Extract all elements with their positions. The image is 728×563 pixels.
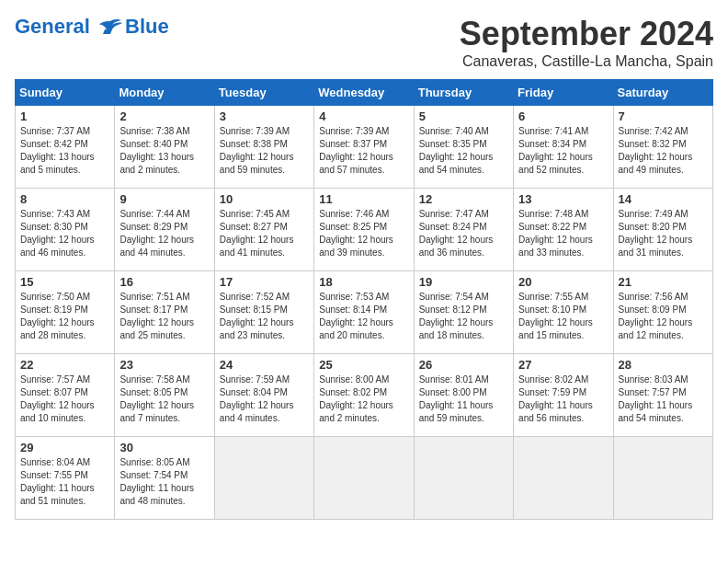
week-row-3: 22Sunrise: 7:57 AMSunset: 8:07 PMDayligh… — [16, 354, 713, 437]
calendar-cell: 15Sunrise: 7:50 AMSunset: 8:19 PMDayligh… — [16, 271, 115, 354]
day-number: 26 — [419, 358, 508, 372]
header-friday: Friday — [514, 80, 613, 106]
calendar-cell: 6Sunrise: 7:41 AMSunset: 8:34 PMDaylight… — [514, 106, 613, 189]
calendar-cell: 25Sunrise: 8:00 AMSunset: 8:02 PMDayligh… — [314, 354, 414, 437]
calendar-cell: 27Sunrise: 8:02 AMSunset: 7:59 PMDayligh… — [514, 354, 613, 437]
calendar-table: SundayMondayTuesdayWednesdayThursdayFrid… — [15, 79, 713, 520]
cell-info: Sunrise: 7:58 AMSunset: 8:05 PMDaylight:… — [119, 373, 209, 425]
week-row-1: 8Sunrise: 7:43 AMSunset: 8:30 PMDaylight… — [16, 189, 713, 271]
calendar-cell: 13Sunrise: 7:48 AMSunset: 8:22 PMDayligh… — [514, 189, 613, 271]
calendar-cell: 23Sunrise: 7:58 AMSunset: 8:05 PMDayligh… — [115, 354, 214, 437]
cell-info: Sunrise: 7:43 AMSunset: 8:30 PMDaylight:… — [20, 208, 109, 259]
day-number: 11 — [319, 192, 408, 206]
week-row-4: 29Sunrise: 8:04 AMSunset: 7:55 PMDayligh… — [16, 437, 713, 520]
day-number: 8 — [20, 192, 109, 206]
calendar-cell: 22Sunrise: 7:57 AMSunset: 8:07 PMDayligh… — [16, 354, 115, 437]
day-number: 2 — [119, 109, 209, 123]
day-number: 21 — [619, 275, 708, 289]
calendar-cell: 26Sunrise: 8:01 AMSunset: 8:00 PMDayligh… — [414, 354, 513, 437]
header-thursday: Thursday — [414, 80, 513, 106]
day-number: 10 — [220, 192, 309, 206]
calendar-cell: 30Sunrise: 8:05 AMSunset: 7:54 PMDayligh… — [115, 437, 214, 520]
day-number: 5 — [419, 109, 508, 123]
calendar-cell: 2Sunrise: 7:38 AMSunset: 8:40 PMDaylight… — [115, 106, 214, 189]
day-number: 24 — [220, 358, 309, 372]
cell-info: Sunrise: 7:39 AMSunset: 8:38 PMDaylight:… — [220, 125, 309, 177]
cell-info: Sunrise: 7:55 AMSunset: 8:10 PMDaylight:… — [518, 291, 608, 342]
day-number: 7 — [619, 109, 708, 123]
cell-info: Sunrise: 7:37 AMSunset: 8:42 PMDaylight:… — [20, 125, 109, 177]
day-number: 22 — [20, 358, 109, 372]
cell-info: Sunrise: 8:00 AMSunset: 8:02 PMDaylight:… — [319, 373, 408, 425]
calendar-cell: 28Sunrise: 8:03 AMSunset: 7:57 PMDayligh… — [613, 354, 712, 437]
cell-info: Sunrise: 7:57 AMSunset: 8:07 PMDaylight:… — [20, 373, 109, 425]
calendar-cell: 7Sunrise: 7:42 AMSunset: 8:32 PMDaylight… — [613, 106, 712, 189]
cell-info: Sunrise: 7:45 AMSunset: 8:27 PMDaylight:… — [220, 208, 309, 259]
day-number: 9 — [119, 192, 209, 206]
cell-info: Sunrise: 8:05 AMSunset: 7:54 PMDaylight:… — [119, 456, 209, 508]
day-number: 4 — [319, 109, 408, 123]
cell-info: Sunrise: 8:04 AMSunset: 7:55 PMDaylight:… — [20, 456, 109, 508]
logo-general: General — [15, 15, 90, 38]
day-number: 6 — [518, 109, 608, 123]
month-title: September 2024 — [460, 15, 713, 53]
day-number: 23 — [119, 358, 209, 372]
cell-info: Sunrise: 7:42 AMSunset: 8:32 PMDaylight:… — [619, 125, 708, 177]
header-row: SundayMondayTuesdayWednesdayThursdayFrid… — [16, 80, 713, 106]
week-row-0: 1Sunrise: 7:37 AMSunset: 8:42 PMDaylight… — [16, 106, 713, 189]
calendar-cell: 8Sunrise: 7:43 AMSunset: 8:30 PMDaylight… — [16, 189, 115, 271]
calendar-cell: 20Sunrise: 7:55 AMSunset: 8:10 PMDayligh… — [514, 271, 613, 354]
calendar-cell: 18Sunrise: 7:53 AMSunset: 8:14 PMDayligh… — [314, 271, 414, 354]
cell-info: Sunrise: 8:02 AMSunset: 7:59 PMDaylight:… — [518, 373, 608, 425]
cell-info: Sunrise: 7:53 AMSunset: 8:14 PMDaylight:… — [319, 291, 408, 342]
cell-info: Sunrise: 7:51 AMSunset: 8:17 PMDaylight:… — [119, 291, 209, 342]
calendar-cell: 3Sunrise: 7:39 AMSunset: 8:38 PMDaylight… — [214, 106, 313, 189]
header-saturday: Saturday — [613, 80, 712, 106]
header-wednesday: Wednesday — [314, 80, 414, 106]
week-row-2: 15Sunrise: 7:50 AMSunset: 8:19 PMDayligh… — [16, 271, 713, 354]
cell-info: Sunrise: 7:46 AMSunset: 8:25 PMDaylight:… — [319, 208, 408, 259]
day-number: 12 — [419, 192, 508, 206]
location-title: Canaveras, Castille-La Mancha, Spain — [460, 53, 713, 70]
header-sunday: Sunday — [16, 80, 115, 106]
day-number: 20 — [518, 275, 608, 289]
calendar-cell: 5Sunrise: 7:40 AMSunset: 8:35 PMDaylight… — [414, 106, 513, 189]
cell-info: Sunrise: 7:41 AMSunset: 8:34 PMDaylight:… — [518, 125, 608, 177]
calendar-cell: 16Sunrise: 7:51 AMSunset: 8:17 PMDayligh… — [115, 271, 214, 354]
day-number: 13 — [518, 192, 608, 206]
cell-info: Sunrise: 7:59 AMSunset: 8:04 PMDaylight:… — [220, 373, 309, 425]
cell-info: Sunrise: 8:01 AMSunset: 8:00 PMDaylight:… — [419, 373, 508, 425]
calendar-cell — [613, 437, 712, 520]
cell-info: Sunrise: 7:56 AMSunset: 8:09 PMDaylight:… — [619, 291, 708, 342]
cell-info: Sunrise: 8:03 AMSunset: 7:57 PMDaylight:… — [619, 373, 708, 425]
cell-info: Sunrise: 7:50 AMSunset: 8:19 PMDaylight:… — [20, 291, 109, 342]
header-tuesday: Tuesday — [214, 80, 313, 106]
cell-info: Sunrise: 7:39 AMSunset: 8:37 PMDaylight:… — [319, 125, 408, 177]
day-number: 27 — [518, 358, 608, 372]
logo-text: General — [15, 16, 123, 38]
day-number: 29 — [20, 441, 109, 454]
cell-info: Sunrise: 7:54 AMSunset: 8:12 PMDaylight:… — [419, 291, 508, 342]
day-number: 30 — [119, 441, 209, 454]
day-number: 19 — [419, 275, 508, 289]
logo: General Blue — [15, 15, 169, 39]
day-number: 25 — [319, 358, 408, 372]
day-number: 1 — [20, 109, 109, 123]
cell-info: Sunrise: 7:44 AMSunset: 8:29 PMDaylight:… — [119, 208, 209, 259]
cell-info: Sunrise: 7:40 AMSunset: 8:35 PMDaylight:… — [419, 125, 508, 177]
calendar-cell — [414, 437, 513, 520]
day-number: 16 — [119, 275, 209, 289]
logo-bird-icon — [97, 17, 123, 38]
page-header: General Blue September 2024 Canaveras, C… — [15, 15, 713, 70]
header-monday: Monday — [115, 80, 214, 106]
calendar-cell: 21Sunrise: 7:56 AMSunset: 8:09 PMDayligh… — [613, 271, 712, 354]
calendar-cell — [514, 437, 613, 520]
cell-info: Sunrise: 7:49 AMSunset: 8:20 PMDaylight:… — [619, 208, 708, 259]
calendar-cell — [314, 437, 414, 520]
calendar-cell: 19Sunrise: 7:54 AMSunset: 8:12 PMDayligh… — [414, 271, 513, 354]
day-number: 28 — [619, 358, 708, 372]
calendar-cell: 14Sunrise: 7:49 AMSunset: 8:20 PMDayligh… — [613, 189, 712, 271]
calendar-cell: 11Sunrise: 7:46 AMSunset: 8:25 PMDayligh… — [314, 189, 414, 271]
cell-info: Sunrise: 7:47 AMSunset: 8:24 PMDaylight:… — [419, 208, 508, 259]
calendar-cell: 10Sunrise: 7:45 AMSunset: 8:27 PMDayligh… — [214, 189, 313, 271]
